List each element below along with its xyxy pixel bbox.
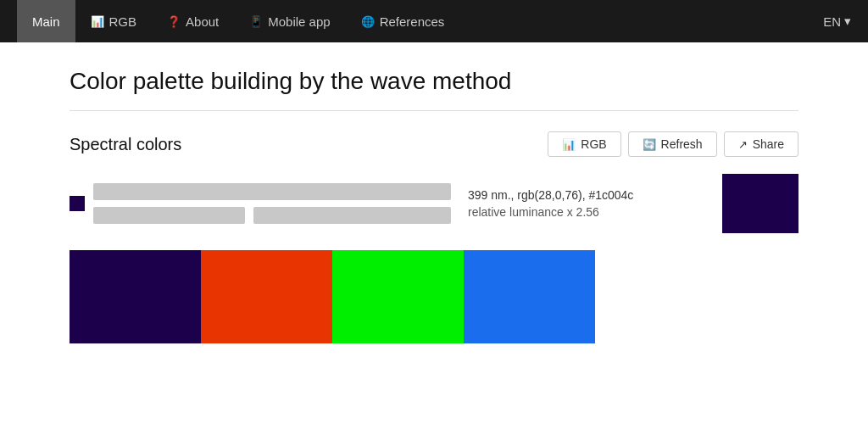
share-icon: ↗ <box>738 138 748 151</box>
swatch-0[interactable] <box>70 250 201 343</box>
share-button[interactable]: ↗ Share <box>724 131 798 157</box>
navbar: Main 📊 RGB ❓ About 📱 Mobile app 🌐 Refere… <box>0 0 868 42</box>
rgb-button-label: RGB <box>581 137 606 151</box>
swatches-row <box>70 250 798 343</box>
nav-links: Main 📊 RGB ❓ About 📱 Mobile app 🌐 Refere… <box>17 0 459 42</box>
color-bar-bottom-row <box>93 207 451 224</box>
nav-item-mobile-app[interactable]: 📱 Mobile app <box>234 0 345 42</box>
color-bars-group <box>70 183 451 224</box>
globe-icon: 🌐 <box>361 15 375 28</box>
nav-label-references: References <box>380 14 445 29</box>
color-bar-bottom-left <box>93 207 245 224</box>
bars-column <box>93 183 451 224</box>
section-title: Spectral colors <box>70 135 181 154</box>
nav-label-main: Main <box>32 14 60 29</box>
section-header: Spectral colors 📊 RGB 🔄 Refresh ↗ Share <box>70 131 798 157</box>
nav-label-rgb: RGB <box>109 14 137 29</box>
refresh-button[interactable]: 🔄 Refresh <box>628 131 717 157</box>
bar-chart-icon-btn: 📊 <box>562 138 576 151</box>
color-primary-info: 399 nm., rgb(28,0,76), #1c004c <box>468 188 705 202</box>
nav-item-rgb[interactable]: 📊 RGB <box>75 0 153 42</box>
language-selector[interactable]: EN ▾ <box>823 14 851 29</box>
color-secondary-info: relative luminance x 2.56 <box>468 205 705 219</box>
divider <box>70 110 798 111</box>
nav-label-mobile-app: Mobile app <box>268 14 330 29</box>
swatch-2[interactable] <box>332 250 464 343</box>
question-icon: ❓ <box>167 15 181 28</box>
nav-item-about[interactable]: ❓ About <box>152 0 234 42</box>
color-bar-bottom-right <box>253 207 451 224</box>
color-detail-area: 399 nm., rgb(28,0,76), #1c004c relative … <box>70 174 798 233</box>
color-bar-top <box>93 183 451 200</box>
mobile-icon: 📱 <box>249 15 263 28</box>
chevron-down-icon: ▾ <box>844 14 851 29</box>
rgb-button[interactable]: 📊 RGB <box>548 131 620 157</box>
bar-chart-icon: 📊 <box>91 15 104 28</box>
color-info-text: 399 nm., rgb(28,0,76), #1c004c relative … <box>468 188 705 219</box>
lang-label: EN <box>823 14 841 29</box>
refresh-button-label: Refresh <box>661 137 703 151</box>
share-button-label: Share <box>753 137 784 151</box>
color-small-swatch <box>70 196 85 211</box>
color-preview-swatch <box>722 174 798 233</box>
nav-label-about: About <box>186 14 219 29</box>
action-buttons: 📊 RGB 🔄 Refresh ↗ Share <box>548 131 798 157</box>
main-content: Color palette building by the wave metho… <box>53 42 815 369</box>
swatch-1[interactable] <box>201 250 332 343</box>
nav-item-main[interactable]: Main <box>17 0 75 42</box>
page-title: Color palette building by the wave metho… <box>70 68 798 95</box>
refresh-icon: 🔄 <box>643 138 656 151</box>
nav-item-references[interactable]: 🌐 References <box>346 0 460 42</box>
swatch-3[interactable] <box>464 250 595 343</box>
